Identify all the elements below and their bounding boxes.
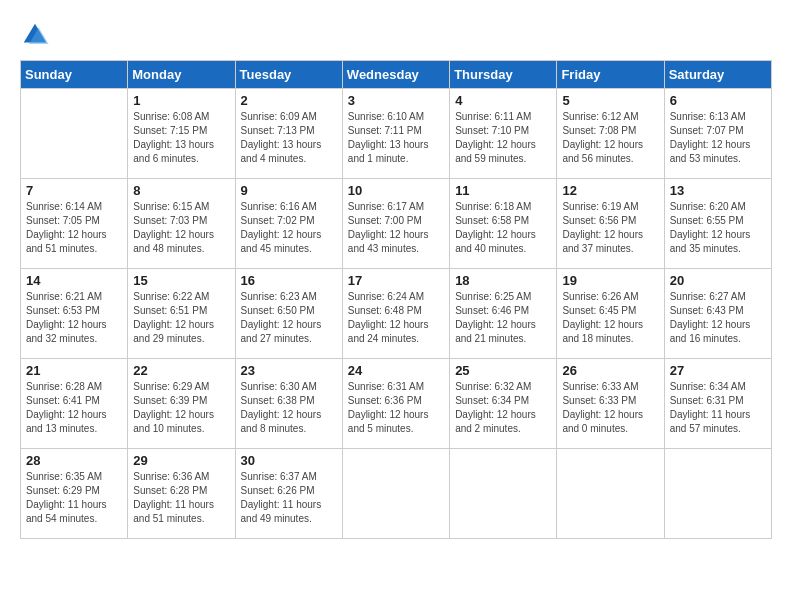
- calendar-week-row: 1Sunrise: 6:08 AMSunset: 7:15 PMDaylight…: [21, 89, 772, 179]
- day-number: 13: [670, 183, 766, 198]
- day-info: Sunrise: 6:11 AMSunset: 7:10 PMDaylight:…: [455, 110, 551, 166]
- day-number: 19: [562, 273, 658, 288]
- day-info: Sunrise: 6:30 AMSunset: 6:38 PMDaylight:…: [241, 380, 337, 436]
- day-number: 17: [348, 273, 444, 288]
- column-header-thursday: Thursday: [450, 61, 557, 89]
- day-number: 14: [26, 273, 122, 288]
- day-number: 26: [562, 363, 658, 378]
- day-info: Sunrise: 6:25 AMSunset: 6:46 PMDaylight:…: [455, 290, 551, 346]
- calendar-cell: 16Sunrise: 6:23 AMSunset: 6:50 PMDayligh…: [235, 269, 342, 359]
- day-info: Sunrise: 6:09 AMSunset: 7:13 PMDaylight:…: [241, 110, 337, 166]
- day-info: Sunrise: 6:34 AMSunset: 6:31 PMDaylight:…: [670, 380, 766, 436]
- calendar-header-row: SundayMondayTuesdayWednesdayThursdayFrid…: [21, 61, 772, 89]
- calendar-cell: [21, 89, 128, 179]
- calendar-cell: 26Sunrise: 6:33 AMSunset: 6:33 PMDayligh…: [557, 359, 664, 449]
- calendar-cell: 21Sunrise: 6:28 AMSunset: 6:41 PMDayligh…: [21, 359, 128, 449]
- column-header-wednesday: Wednesday: [342, 61, 449, 89]
- calendar-cell: 24Sunrise: 6:31 AMSunset: 6:36 PMDayligh…: [342, 359, 449, 449]
- calendar-cell: 4Sunrise: 6:11 AMSunset: 7:10 PMDaylight…: [450, 89, 557, 179]
- calendar-cell: [342, 449, 449, 539]
- day-info: Sunrise: 6:26 AMSunset: 6:45 PMDaylight:…: [562, 290, 658, 346]
- day-number: 10: [348, 183, 444, 198]
- calendar-cell: 18Sunrise: 6:25 AMSunset: 6:46 PMDayligh…: [450, 269, 557, 359]
- column-header-saturday: Saturday: [664, 61, 771, 89]
- day-number: 9: [241, 183, 337, 198]
- day-number: 6: [670, 93, 766, 108]
- day-number: 21: [26, 363, 122, 378]
- day-info: Sunrise: 6:21 AMSunset: 6:53 PMDaylight:…: [26, 290, 122, 346]
- day-info: Sunrise: 6:24 AMSunset: 6:48 PMDaylight:…: [348, 290, 444, 346]
- day-info: Sunrise: 6:14 AMSunset: 7:05 PMDaylight:…: [26, 200, 122, 256]
- calendar-cell: 15Sunrise: 6:22 AMSunset: 6:51 PMDayligh…: [128, 269, 235, 359]
- day-number: 22: [133, 363, 229, 378]
- day-info: Sunrise: 6:13 AMSunset: 7:07 PMDaylight:…: [670, 110, 766, 166]
- day-info: Sunrise: 6:19 AMSunset: 6:56 PMDaylight:…: [562, 200, 658, 256]
- calendar-cell: 3Sunrise: 6:10 AMSunset: 7:11 PMDaylight…: [342, 89, 449, 179]
- day-number: 29: [133, 453, 229, 468]
- calendar-cell: [664, 449, 771, 539]
- calendar-cell: 29Sunrise: 6:36 AMSunset: 6:28 PMDayligh…: [128, 449, 235, 539]
- day-info: Sunrise: 6:15 AMSunset: 7:03 PMDaylight:…: [133, 200, 229, 256]
- day-info: Sunrise: 6:12 AMSunset: 7:08 PMDaylight:…: [562, 110, 658, 166]
- calendar-cell: 10Sunrise: 6:17 AMSunset: 7:00 PMDayligh…: [342, 179, 449, 269]
- day-info: Sunrise: 6:23 AMSunset: 6:50 PMDaylight:…: [241, 290, 337, 346]
- calendar-table: SundayMondayTuesdayWednesdayThursdayFrid…: [20, 60, 772, 539]
- day-number: 23: [241, 363, 337, 378]
- day-info: Sunrise: 6:36 AMSunset: 6:28 PMDaylight:…: [133, 470, 229, 526]
- day-number: 30: [241, 453, 337, 468]
- calendar-cell: 20Sunrise: 6:27 AMSunset: 6:43 PMDayligh…: [664, 269, 771, 359]
- calendar-cell: 23Sunrise: 6:30 AMSunset: 6:38 PMDayligh…: [235, 359, 342, 449]
- day-info: Sunrise: 6:37 AMSunset: 6:26 PMDaylight:…: [241, 470, 337, 526]
- calendar-week-row: 14Sunrise: 6:21 AMSunset: 6:53 PMDayligh…: [21, 269, 772, 359]
- day-info: Sunrise: 6:20 AMSunset: 6:55 PMDaylight:…: [670, 200, 766, 256]
- day-number: 7: [26, 183, 122, 198]
- day-number: 5: [562, 93, 658, 108]
- day-number: 18: [455, 273, 551, 288]
- calendar-cell: 25Sunrise: 6:32 AMSunset: 6:34 PMDayligh…: [450, 359, 557, 449]
- day-number: 16: [241, 273, 337, 288]
- calendar-cell: 9Sunrise: 6:16 AMSunset: 7:02 PMDaylight…: [235, 179, 342, 269]
- calendar-cell: 13Sunrise: 6:20 AMSunset: 6:55 PMDayligh…: [664, 179, 771, 269]
- day-info: Sunrise: 6:10 AMSunset: 7:11 PMDaylight:…: [348, 110, 444, 166]
- calendar-cell: 7Sunrise: 6:14 AMSunset: 7:05 PMDaylight…: [21, 179, 128, 269]
- calendar-cell: 11Sunrise: 6:18 AMSunset: 6:58 PMDayligh…: [450, 179, 557, 269]
- calendar-cell: 17Sunrise: 6:24 AMSunset: 6:48 PMDayligh…: [342, 269, 449, 359]
- day-number: 12: [562, 183, 658, 198]
- calendar-cell: 6Sunrise: 6:13 AMSunset: 7:07 PMDaylight…: [664, 89, 771, 179]
- day-info: Sunrise: 6:18 AMSunset: 6:58 PMDaylight:…: [455, 200, 551, 256]
- day-info: Sunrise: 6:17 AMSunset: 7:00 PMDaylight:…: [348, 200, 444, 256]
- day-info: Sunrise: 6:32 AMSunset: 6:34 PMDaylight:…: [455, 380, 551, 436]
- column-header-sunday: Sunday: [21, 61, 128, 89]
- day-info: Sunrise: 6:22 AMSunset: 6:51 PMDaylight:…: [133, 290, 229, 346]
- day-number: 11: [455, 183, 551, 198]
- calendar-week-row: 28Sunrise: 6:35 AMSunset: 6:29 PMDayligh…: [21, 449, 772, 539]
- column-header-friday: Friday: [557, 61, 664, 89]
- day-number: 28: [26, 453, 122, 468]
- day-number: 20: [670, 273, 766, 288]
- day-number: 8: [133, 183, 229, 198]
- column-header-tuesday: Tuesday: [235, 61, 342, 89]
- logo-icon: [20, 20, 50, 50]
- calendar-week-row: 21Sunrise: 6:28 AMSunset: 6:41 PMDayligh…: [21, 359, 772, 449]
- calendar-cell: [450, 449, 557, 539]
- page-header: [20, 20, 772, 50]
- logo: [20, 20, 54, 50]
- day-info: Sunrise: 6:28 AMSunset: 6:41 PMDaylight:…: [26, 380, 122, 436]
- day-number: 1: [133, 93, 229, 108]
- calendar-cell: 22Sunrise: 6:29 AMSunset: 6:39 PMDayligh…: [128, 359, 235, 449]
- calendar-cell: 14Sunrise: 6:21 AMSunset: 6:53 PMDayligh…: [21, 269, 128, 359]
- column-header-monday: Monday: [128, 61, 235, 89]
- day-number: 2: [241, 93, 337, 108]
- calendar-cell: 2Sunrise: 6:09 AMSunset: 7:13 PMDaylight…: [235, 89, 342, 179]
- calendar-cell: 5Sunrise: 6:12 AMSunset: 7:08 PMDaylight…: [557, 89, 664, 179]
- day-info: Sunrise: 6:27 AMSunset: 6:43 PMDaylight:…: [670, 290, 766, 346]
- day-number: 25: [455, 363, 551, 378]
- calendar-cell: 28Sunrise: 6:35 AMSunset: 6:29 PMDayligh…: [21, 449, 128, 539]
- calendar-cell: 8Sunrise: 6:15 AMSunset: 7:03 PMDaylight…: [128, 179, 235, 269]
- day-number: 3: [348, 93, 444, 108]
- day-number: 15: [133, 273, 229, 288]
- day-info: Sunrise: 6:08 AMSunset: 7:15 PMDaylight:…: [133, 110, 229, 166]
- calendar-cell: 27Sunrise: 6:34 AMSunset: 6:31 PMDayligh…: [664, 359, 771, 449]
- day-number: 24: [348, 363, 444, 378]
- day-info: Sunrise: 6:33 AMSunset: 6:33 PMDaylight:…: [562, 380, 658, 436]
